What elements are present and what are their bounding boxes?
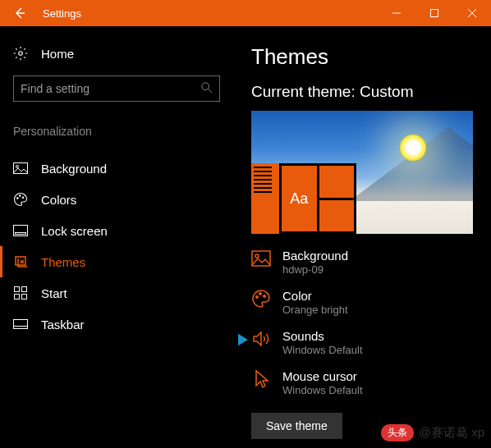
palette-icon bbox=[251, 289, 271, 309]
nav-label: Colors bbox=[41, 193, 76, 207]
option-value: Windows Default bbox=[282, 384, 363, 396]
sidebar-item-colors[interactable]: Colors bbox=[13, 184, 238, 215]
minimize-button[interactable] bbox=[378, 0, 415, 26]
sidebar-item-background[interactable]: Background bbox=[13, 153, 238, 184]
svg-rect-11 bbox=[16, 233, 26, 235]
watermark-text: @赛诺葛 xp bbox=[419, 425, 484, 441]
content: Themes Current theme: Custom Aa Backgrou… bbox=[238, 26, 491, 448]
preview-window: Aa bbox=[251, 163, 356, 234]
svg-point-20 bbox=[256, 296, 258, 298]
svg-rect-18 bbox=[252, 251, 270, 266]
category-label: Personalization bbox=[13, 125, 238, 138]
svg-rect-13 bbox=[22, 287, 27, 292]
maximize-button[interactable] bbox=[415, 0, 453, 26]
option-value: Orange bright bbox=[282, 304, 348, 316]
search-icon bbox=[201, 82, 213, 96]
picture-icon bbox=[13, 161, 28, 176]
theme-option-background[interactable]: Background hdwp-09 bbox=[251, 249, 478, 276]
svg-point-22 bbox=[264, 295, 265, 297]
theme-option-sounds[interactable]: Sounds Windows Default bbox=[251, 329, 478, 356]
start-icon bbox=[13, 286, 28, 300]
nav-label: Start bbox=[41, 286, 67, 300]
option-value: hdwp-09 bbox=[282, 263, 348, 276]
sidebar-item-lockscreen[interactable]: Lock screen bbox=[13, 215, 238, 246]
search-placeholder: Find a setting bbox=[21, 82, 201, 95]
watermark-badge: 头条 bbox=[381, 424, 414, 441]
option-label: Background bbox=[282, 249, 348, 263]
sidebar-item-start[interactable]: Start bbox=[13, 277, 238, 309]
sidebar: Home Find a setting Personalization Back… bbox=[0, 26, 238, 448]
picture-icon bbox=[251, 249, 271, 268]
themes-icon bbox=[13, 254, 28, 269]
svg-line-4 bbox=[209, 89, 212, 92]
nav-label: Background bbox=[41, 162, 107, 176]
svg-rect-15 bbox=[22, 295, 27, 299]
lockscreen-icon bbox=[13, 223, 28, 238]
cursor-icon bbox=[251, 369, 271, 389]
svg-rect-5 bbox=[14, 163, 28, 174]
svg-point-8 bbox=[20, 195, 21, 197]
nav-label: Lock screen bbox=[41, 224, 108, 238]
sidebar-item-themes[interactable]: Themes bbox=[0, 246, 238, 277]
watermark: 头条 @赛诺葛 xp bbox=[381, 424, 484, 441]
svg-point-9 bbox=[22, 197, 24, 199]
svg-point-3 bbox=[202, 82, 209, 89]
svg-point-7 bbox=[17, 198, 19, 199]
search-input[interactable]: Find a setting bbox=[13, 75, 220, 102]
svg-point-2 bbox=[19, 52, 23, 56]
current-theme-label: Current theme: Custom bbox=[251, 83, 478, 101]
titlebar: Settings bbox=[0, 0, 491, 26]
page-title: Themes bbox=[251, 44, 478, 70]
svg-point-19 bbox=[255, 254, 259, 258]
home-label: Home bbox=[41, 47, 74, 61]
option-label: Sounds bbox=[282, 329, 363, 343]
svg-point-6 bbox=[16, 166, 19, 168]
svg-rect-16 bbox=[14, 320, 28, 329]
option-label: Mouse cursor bbox=[282, 369, 363, 383]
svg-rect-14 bbox=[15, 295, 20, 299]
taskbar-icon bbox=[13, 317, 28, 331]
option-value: Windows Default bbox=[282, 344, 363, 356]
home-button[interactable]: Home bbox=[13, 39, 238, 75]
sidebar-item-taskbar[interactable]: Taskbar bbox=[13, 309, 238, 340]
window-title: Settings bbox=[39, 7, 81, 20]
nav-label: Taskbar bbox=[41, 318, 85, 331]
svg-rect-1 bbox=[431, 10, 438, 17]
gear-icon bbox=[13, 46, 28, 61]
theme-option-color[interactable]: Color Orange bright bbox=[251, 289, 478, 316]
preview-tile-aa: Aa bbox=[282, 166, 317, 231]
palette-icon bbox=[13, 192, 28, 207]
option-label: Color bbox=[282, 289, 348, 303]
svg-rect-12 bbox=[15, 287, 20, 292]
back-button[interactable] bbox=[0, 0, 39, 26]
pointer-arrow-icon bbox=[238, 331, 248, 351]
window-controls bbox=[378, 0, 491, 26]
svg-point-21 bbox=[259, 293, 261, 295]
speaker-icon bbox=[251, 329, 271, 349]
theme-option-cursor[interactable]: Mouse cursor Windows Default bbox=[251, 369, 478, 396]
theme-preview[interactable]: Aa bbox=[251, 111, 473, 234]
save-theme-button[interactable]: Save theme bbox=[251, 413, 342, 439]
close-button[interactable] bbox=[453, 0, 491, 26]
nav-label: Themes bbox=[41, 255, 85, 269]
